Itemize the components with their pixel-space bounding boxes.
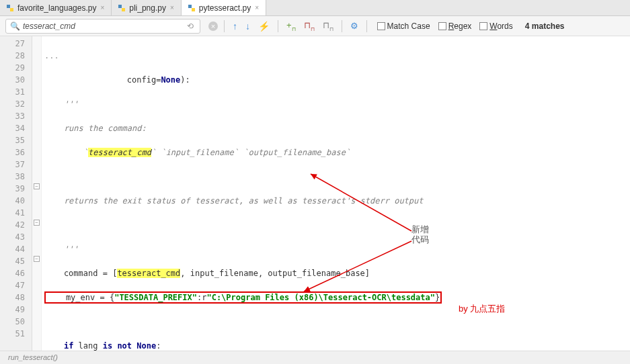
highlighted-new-code-1: my_env = {"TESSDATA_PREFIX":r"C:\Program… (44, 291, 442, 304)
prev-match-icon[interactable]: ↑ (231, 21, 239, 32)
svg-rect-0 (7, 5, 10, 8)
tab-label: favorite_languages.py (17, 3, 96, 13)
search-input[interactable] (23, 21, 185, 31)
line-number: 45 (0, 255, 25, 267)
python-file-icon (187, 3, 196, 13)
annotation-new-code: 新增 代码 (411, 224, 429, 244)
python-file-icon (117, 3, 126, 13)
next-match-icon[interactable]: ↓ (243, 21, 252, 32)
search-toolbar: 🔍 ⟲ × ↑ ↓ ⚡ +⊓ ⊓⊓ ⊓⊓ ⚙ Match Case Regex … (0, 16, 630, 36)
line-number: 35 (0, 134, 25, 146)
line-number: 28 (0, 50, 25, 62)
line-number: 33 (0, 110, 25, 122)
line-number: 34 (0, 122, 25, 134)
checkbox-icon (377, 22, 385, 30)
match-count: 4 matches (525, 21, 565, 31)
match-case-option[interactable]: Match Case (377, 21, 430, 31)
svg-rect-3 (122, 8, 125, 11)
line-number: 30 (0, 74, 25, 86)
add-selection-icon[interactable]: +⊓ (284, 20, 298, 32)
breadcrumb[interactable]: run_tesseract() (0, 351, 630, 364)
line-number: 50 (0, 316, 25, 328)
search-box: 🔍 ⟲ (5, 19, 200, 34)
line-number: 51 (0, 328, 25, 340)
annotation-author: by 九点五指 (459, 304, 505, 314)
line-number: 42 (0, 219, 25, 231)
line-number: 38 (0, 171, 25, 183)
line-number: 46 (0, 267, 25, 279)
regex-label: Regex (448, 21, 472, 31)
search-icon: 🔍 (10, 21, 20, 31)
separator (224, 20, 225, 32)
filter-icon[interactable]: ⚡ (256, 21, 272, 32)
line-number: 31 (0, 86, 25, 98)
tab-pytesseract[interactable]: pytesseract.py × (182, 0, 266, 15)
words-label: Words (489, 21, 512, 31)
regex-option[interactable]: Regex (438, 21, 472, 31)
tab-pli-png[interactable]: pli_png.py × (112, 0, 182, 15)
line-number: 47 (0, 279, 25, 291)
line-number: 44 (0, 243, 25, 255)
line-number: 39 (0, 183, 25, 195)
fold-toggle-icon[interactable]: − (34, 183, 40, 189)
line-number: 41 (0, 207, 25, 219)
python-file-icon (5, 3, 15, 13)
svg-rect-1 (10, 8, 13, 11)
line-number: 27 (0, 38, 25, 50)
svg-rect-5 (192, 8, 195, 11)
history-icon[interactable]: ⟲ (185, 21, 196, 31)
line-number: 37 (0, 158, 25, 171)
checkbox-icon (479, 22, 487, 30)
line-number: 29 (0, 62, 25, 74)
gear-icon[interactable]: ⚙ (348, 21, 360, 31)
line-gutter: 27 28 29 30 31 32 33 34 35 36 37 38 39 4… (0, 36, 32, 351)
checkbox-icon (438, 22, 446, 30)
words-option[interactable]: Words (479, 21, 512, 31)
remove-selection-icon[interactable]: ⊓⊓ (302, 20, 317, 32)
line-number: 43 (0, 231, 25, 243)
match-case-label: Match Case (387, 21, 430, 31)
tab-label: pytesseract.py (199, 3, 251, 13)
close-search-icon[interactable]: × (208, 21, 218, 31)
line-number: 32 (0, 98, 25, 110)
separator (342, 20, 342, 32)
editor: 27 28 29 30 31 32 33 34 35 36 37 38 39 4… (0, 36, 630, 351)
tab-label: pli_png.py (129, 3, 166, 13)
close-icon[interactable]: × (169, 4, 175, 11)
select-all-icon[interactable]: ⊓⊓ (321, 20, 336, 32)
fold-toggle-icon[interactable]: − (34, 220, 40, 226)
fold-toggle-icon[interactable]: − (34, 256, 40, 262)
tab-bar: favorite_languages.py × pli_png.py × pyt… (0, 0, 630, 16)
fold-column: − − − (32, 36, 42, 351)
line-number: 40 (0, 195, 25, 207)
separator (366, 20, 367, 32)
separator (278, 20, 278, 32)
svg-rect-4 (188, 5, 192, 8)
close-icon[interactable]: × (99, 4, 106, 11)
line-number: 48 (0, 291, 25, 304)
line-number: 36 (0, 146, 25, 158)
tab-favorite-languages[interactable]: favorite_languages.py × (0, 0, 112, 15)
line-number: 49 (0, 304, 25, 316)
close-icon[interactable]: × (253, 4, 260, 11)
code-area[interactable]: ... config=None): ''' runs the command: … (42, 36, 630, 351)
svg-rect-2 (118, 5, 122, 8)
